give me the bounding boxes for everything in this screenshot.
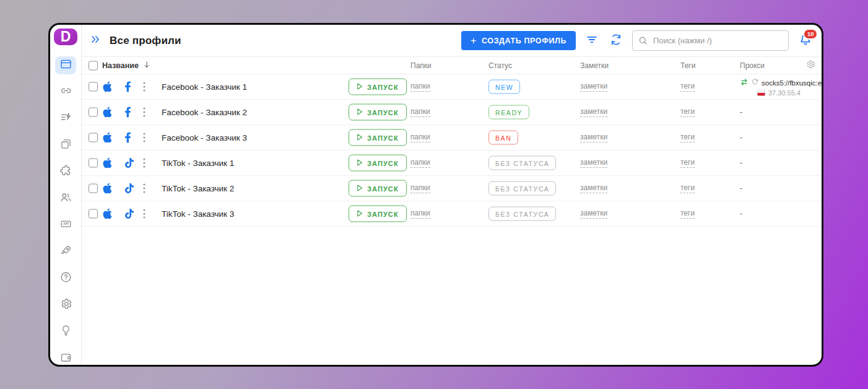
profile-name[interactable]: Facebook - Заказчик 1 (162, 82, 247, 92)
column-name[interactable]: Название (102, 60, 151, 71)
sidebar-item-settings[interactable] (55, 296, 76, 314)
folders-placeholder[interactable]: папки (410, 133, 430, 142)
sidebar-item-help[interactable] (55, 269, 76, 287)
apple-icon (102, 107, 113, 118)
filter-button[interactable] (584, 32, 600, 50)
tags-placeholder[interactable]: теги (680, 183, 695, 193)
table-row[interactable]: Facebook - Заказчик 3 ЗАПУСК папки BAN з… (82, 125, 822, 151)
table-row[interactable]: TikTok - Заказчик 3 ЗАПУСК папки БЕЗ СТА… (82, 201, 822, 227)
row-checkbox[interactable] (89, 159, 98, 168)
status-badge[interactable]: BAN (488, 131, 518, 145)
sidebar-item-api[interactable]: API (55, 216, 76, 234)
create-profile-button[interactable]: + СОЗДАТЬ ПРОФИЛЬ (461, 31, 576, 50)
row-checkbox[interactable] (89, 108, 98, 117)
sidebar-item-rocket[interactable] (55, 243, 76, 261)
sort-desc-arrow-icon[interactable] (142, 60, 151, 71)
notes-placeholder[interactable]: заметки (580, 209, 607, 219)
play-icon (357, 159, 363, 167)
proxy-empty: - (740, 159, 742, 167)
folders-placeholder[interactable]: папки (410, 209, 430, 219)
gear-icon (59, 297, 72, 313)
table-settings-button[interactable] (805, 59, 815, 72)
sidebar-item-profiles[interactable] (55, 56, 76, 74)
table-row[interactable]: TikTok - Заказчик 2 ЗАПУСК папки БЕЗ СТА… (82, 176, 822, 201)
sidebar-item-team[interactable] (55, 190, 76, 208)
table-row[interactable]: TikTok - Заказчик 1 ЗАПУСК папки БЕЗ СТА… (82, 151, 822, 176)
status-badge[interactable]: NEW (488, 80, 520, 94)
row-checkbox[interactable] (89, 209, 98, 219)
profile-name[interactable]: TikTok - Заказчик 3 (162, 209, 234, 219)
puzzle-icon (59, 164, 72, 180)
tags-placeholder[interactable]: теги (680, 107, 695, 117)
sidebar-item-ideas[interactable] (55, 323, 76, 341)
refresh-button[interactable] (608, 32, 624, 50)
row-menu-button[interactable] (143, 107, 145, 117)
lightbulb-icon (59, 324, 72, 339)
row-menu-button[interactable] (143, 158, 145, 168)
sidebar-item-wallet[interactable] (55, 349, 76, 367)
folders-placeholder[interactable]: папки (410, 158, 430, 168)
profile-name[interactable]: Facebook - Заказчик 2 (162, 108, 247, 117)
tags-placeholder[interactable]: теги (680, 209, 695, 219)
sidebar-collapse-button[interactable] (90, 33, 102, 48)
app-logo[interactable]: D (54, 28, 77, 45)
tags-placeholder[interactable]: теги (680, 82, 695, 92)
row-menu-button[interactable] (143, 183, 145, 193)
folders-placeholder[interactable]: папки (410, 107, 430, 117)
row-menu-button[interactable] (143, 133, 145, 142)
row-menu-button[interactable] (143, 209, 145, 219)
run-profile-button[interactable]: ЗАПУСК (349, 155, 407, 172)
status-badge[interactable]: БЕЗ СТАТУСА (488, 207, 556, 221)
copy-icon (59, 138, 72, 153)
notes-placeholder[interactable]: заметки (580, 158, 607, 168)
sidebar-item-extensions[interactable] (55, 163, 76, 181)
double-chevron-right-icon (90, 33, 102, 48)
folders-placeholder[interactable]: папки (410, 82, 430, 92)
profile-name[interactable]: TikTok - Заказчик 1 (162, 159, 234, 168)
proxy-empty: - (740, 209, 742, 218)
run-profile-button[interactable]: ЗАПУСК (349, 104, 407, 121)
run-profile-button[interactable]: ЗАПУСК (349, 129, 407, 146)
status-badge[interactable]: БЕЗ СТАТУСА (488, 181, 556, 196)
folders-placeholder[interactable]: папки (410, 183, 430, 193)
notes-placeholder[interactable]: заметки (580, 133, 607, 142)
select-all-checkbox[interactable] (89, 61, 98, 70)
sidebar-item-automation[interactable] (55, 110, 76, 128)
plus-icon: + (471, 36, 477, 46)
row-checkbox[interactable] (89, 133, 98, 142)
question-icon (59, 271, 72, 286)
notes-placeholder[interactable]: заметки (580, 82, 607, 92)
notes-placeholder[interactable]: заметки (580, 183, 607, 193)
column-proxy: Прокси (740, 61, 765, 70)
row-checkbox[interactable] (89, 184, 98, 193)
run-profile-button[interactable]: ЗАПУСК (349, 180, 407, 197)
status-badge[interactable]: БЕЗ СТАТУСА (488, 156, 556, 170)
main-area: Все профили + СОЗДАТЬ ПРОФИЛЬ 10 (82, 25, 822, 365)
run-profile-button[interactable]: ЗАПУСК (349, 206, 407, 222)
sidebar-item-pages[interactable] (55, 136, 76, 154)
search-input[interactable] (632, 30, 789, 51)
apple-icon (102, 183, 113, 194)
row-checkbox[interactable] (89, 82, 98, 92)
profile-name[interactable]: Facebook - Заказчик 3 (162, 133, 247, 142)
tags-placeholder[interactable]: теги (680, 133, 695, 142)
notifications-button[interactable]: 10 (798, 32, 813, 50)
rotate-proxy-icon[interactable] (751, 77, 759, 89)
status-badge[interactable]: READY (488, 105, 529, 120)
sidebar-item-proxy[interactable] (55, 83, 76, 101)
table-row[interactable]: Facebook - Заказчик 2 ЗАПУСК папки READY… (82, 100, 822, 125)
table-row[interactable]: Facebook - Заказчик 1 ЗАПУСК папки NEW з… (82, 74, 822, 100)
row-menu-button[interactable] (143, 82, 145, 92)
profile-name[interactable]: TikTok - Заказчик 2 (162, 184, 234, 193)
tags-placeholder[interactable]: теги (680, 158, 695, 168)
run-profile-button[interactable]: ЗАПУСК (349, 79, 407, 95)
play-icon (357, 82, 363, 91)
column-tags: Теги (680, 61, 695, 70)
api-icon-label: API (63, 222, 69, 225)
facebook-icon (124, 107, 131, 118)
link-icon (59, 84, 72, 100)
notes-placeholder[interactable]: заметки (580, 107, 607, 117)
proxy-cell[interactable]: socks5://fbxusqic:eulr 37.30.55.4 (740, 77, 822, 97)
browser-window-icon (59, 58, 72, 73)
transfer-arrows-icon (740, 77, 749, 89)
